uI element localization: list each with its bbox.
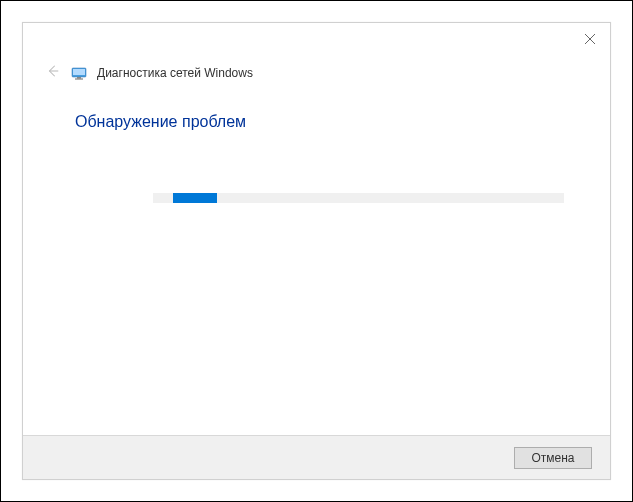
progress-fill [173,193,217,203]
dialog-window: Диагностика сетей Windows Обнаружение пр… [22,22,611,480]
svg-rect-5 [77,77,81,79]
page-heading: Обнаружение проблем [75,113,246,131]
svg-rect-6 [75,79,83,80]
network-diagnostics-icon [71,65,87,81]
progress-bar [153,193,564,203]
svg-rect-4 [73,69,85,75]
close-button[interactable] [580,29,600,49]
cancel-button[interactable]: Отмена [514,447,592,469]
footer: Отмена [23,435,610,479]
back-button[interactable] [45,65,61,81]
window-title: Диагностика сетей Windows [97,66,253,80]
header-row: Диагностика сетей Windows [45,65,253,81]
close-icon [585,30,595,48]
arrow-left-icon [46,64,60,82]
